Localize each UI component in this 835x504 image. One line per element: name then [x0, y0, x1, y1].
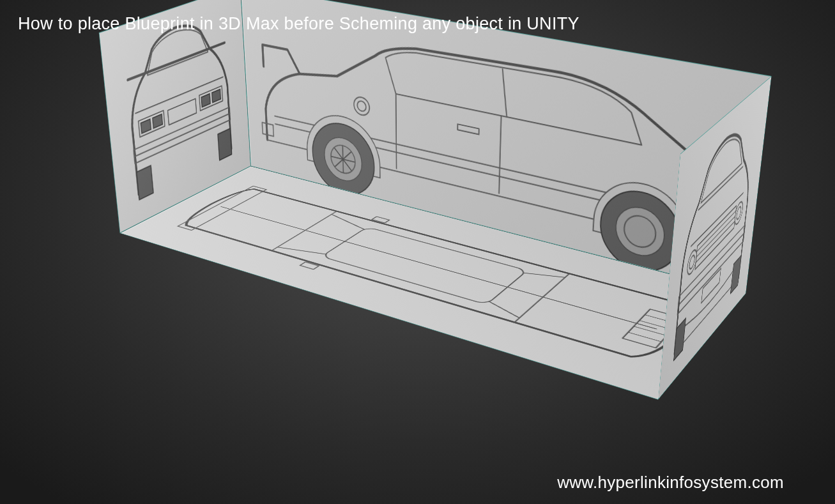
svg-rect-33	[217, 128, 231, 160]
page-title: How to place Blueprint in 3D Max before …	[18, 14, 579, 34]
watermark-url: www.hyperlinkinfosystem.com	[557, 473, 784, 493]
svg-rect-32	[136, 165, 153, 200]
viewport-3d[interactable]	[0, 0, 835, 504]
